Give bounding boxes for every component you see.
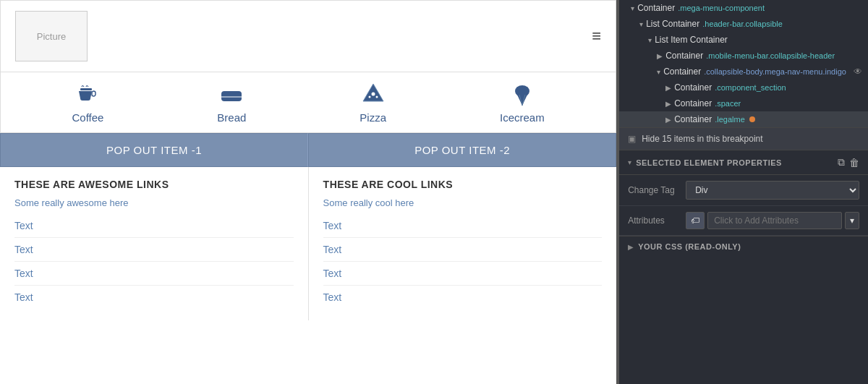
copy-icon[interactable]: ⧉ bbox=[838, 156, 845, 168]
links-heading-2: THESE ARE COOL LINKS bbox=[323, 179, 603, 190]
your-css-label: YOUR CSS (READ-ONLY) bbox=[638, 242, 741, 251]
coffee-label: Coffee bbox=[72, 111, 103, 124]
attributes-label: Attributes bbox=[628, 216, 678, 226]
links-subtext-2[interactable]: Some really cool here bbox=[323, 197, 603, 208]
hide-items-icon: ▣ bbox=[628, 134, 636, 144]
pizza-icon bbox=[360, 81, 386, 107]
attr-tag-button[interactable]: 🏷 bbox=[686, 212, 705, 229]
tree-class: .header-bar.collapsible bbox=[702, 20, 783, 28]
tree-arrow: ▾ bbox=[631, 4, 634, 12]
nav-item-icecream[interactable]: Icecream bbox=[500, 81, 545, 124]
hamburger-menu[interactable]: ≡ bbox=[592, 27, 601, 46]
links-text-1-1[interactable]: Text bbox=[14, 238, 294, 262]
tree-class: .mobile-menu-bar.collapsible-header bbox=[706, 51, 835, 60]
popout-item-2[interactable]: POP OUT ITEM -2 bbox=[308, 133, 616, 167]
tree-item-container-mobile[interactable]: ▶ Container .mobile-menu-bar.collapsible… bbox=[619, 48, 868, 64]
attr-input[interactable] bbox=[707, 212, 842, 229]
links-col-1: THESE ARE AWESOME LINKS Some really awes… bbox=[0, 167, 309, 320]
tree-label: Container bbox=[674, 82, 712, 93]
attr-input-group: 🏷 ▾ bbox=[686, 212, 859, 229]
tree-label: List Item Container bbox=[655, 35, 728, 45]
links-heading-1: THESE ARE AWESOME LINKS bbox=[14, 179, 294, 190]
tree-item-list-container[interactable]: ▾ List Container .header-bar.collapsible bbox=[619, 16, 868, 32]
links-text-2-1[interactable]: Text bbox=[323, 238, 603, 262]
change-tag-row: Change Tag Div bbox=[619, 175, 868, 206]
tree-arrow: ▶ bbox=[665, 116, 671, 124]
tree-label: Container bbox=[637, 3, 675, 13]
attr-dropdown-button[interactable]: ▾ bbox=[845, 212, 859, 229]
tree-item-container-collapsible[interactable]: ▾ Container .collapsible-body.mega-nav-m… bbox=[619, 64, 868, 80]
popout-row: POP OUT ITEM -1 POP OUT ITEM -2 bbox=[0, 133, 616, 167]
bread-label: Bread bbox=[217, 111, 246, 124]
sel-props-arrow: ▾ bbox=[628, 158, 631, 166]
hide-items-text: Hide 15 items in this breakpoint bbox=[642, 134, 762, 144]
change-tag-select[interactable]: Div bbox=[686, 181, 859, 200]
links-text-1-2[interactable]: Text bbox=[14, 262, 294, 286]
links-text-2-2[interactable]: Text bbox=[323, 262, 603, 286]
tree-class: .legalme bbox=[715, 115, 745, 124]
svg-point-8 bbox=[375, 96, 378, 98]
picture-box: Picture bbox=[15, 11, 88, 61]
tree-section: ▾ Container .mega-menu-component ▾ List … bbox=[619, 0, 868, 127]
hide-items-bar[interactable]: ▣ Hide 15 items in this breakpoint bbox=[619, 127, 868, 150]
tree-arrow: ▶ bbox=[665, 100, 671, 108]
tree-arrow: ▶ bbox=[665, 84, 671, 92]
icecream-icon bbox=[509, 81, 535, 107]
tree-item-container-legalme[interactable]: ▶ Container .legalme bbox=[619, 111, 868, 127]
coffee-icon bbox=[75, 81, 101, 107]
links-subtext-1[interactable]: Some really awesome here bbox=[14, 197, 294, 208]
tree-label: Container bbox=[665, 51, 703, 61]
your-css-header[interactable]: ▶ YOUR CSS (READ-ONLY) bbox=[619, 236, 868, 257]
bread-icon bbox=[218, 81, 244, 107]
links-col-2: THESE ARE COOL LINKS Some really cool he… bbox=[309, 167, 617, 320]
tree-class: .collapsible-body.mega-nav-menu.indigo bbox=[704, 67, 846, 76]
nav-item-bread[interactable]: Bread bbox=[217, 81, 246, 124]
tree-label: Container bbox=[674, 114, 712, 124]
links-text-1-3[interactable]: Text bbox=[14, 286, 294, 309]
orange-dot bbox=[749, 116, 755, 122]
popout-item-1[interactable]: POP OUT ITEM -1 bbox=[0, 133, 308, 167]
links-text-2-0[interactable]: Text bbox=[323, 214, 603, 238]
tree-arrow: ▾ bbox=[657, 68, 660, 76]
tree-label: Container bbox=[674, 98, 712, 108]
selected-props-header: ▾ SELECTED ELEMENT PROPERTIES ⧉ 🗑 bbox=[619, 150, 868, 175]
left-panel: Picture ≡ Coffee Bread bbox=[0, 0, 616, 384]
tree-class: .mega-menu-component bbox=[678, 4, 765, 12]
svg-rect-1 bbox=[92, 91, 95, 96]
tree-item-container-section[interactable]: ▶ Container .component_section bbox=[619, 80, 868, 95]
svg-rect-0 bbox=[80, 88, 92, 90]
nav-item-pizza[interactable]: Pizza bbox=[359, 81, 386, 124]
links-grid: THESE ARE AWESOME LINKS Some really awes… bbox=[0, 167, 616, 320]
pizza-label: Pizza bbox=[359, 111, 386, 124]
nav-icons-row: Coffee Bread Pizza bbox=[0, 72, 616, 133]
tree-arrow: ▾ bbox=[648, 36, 652, 44]
change-tag-label: Change Tag bbox=[628, 185, 678, 195]
tree-label: Container bbox=[663, 67, 701, 77]
picture-label: Picture bbox=[37, 31, 66, 42]
links-text-1-0[interactable]: Text bbox=[14, 214, 294, 238]
tree-arrow: ▶ bbox=[657, 52, 663, 60]
links-section: THESE ARE AWESOME LINKS Some really awes… bbox=[0, 167, 616, 384]
tree-arrow: ▾ bbox=[639, 20, 643, 28]
tree-item-container-1[interactable]: ▾ Container .mega-menu-component bbox=[619, 0, 868, 16]
nav-item-coffee[interactable]: Coffee bbox=[72, 81, 103, 124]
tree-item-list-item-container[interactable]: ▾ List Item Container bbox=[619, 32, 868, 48]
sel-props-label: SELECTED ELEMENT PROPERTIES bbox=[636, 158, 782, 167]
icecream-label: Icecream bbox=[500, 111, 545, 124]
svg-point-6 bbox=[371, 93, 375, 96]
tree-class: .spacer bbox=[715, 99, 741, 108]
your-css-arrow: ▶ bbox=[628, 243, 634, 251]
tree-label: List Container bbox=[646, 19, 699, 29]
sel-props-actions: ⧉ 🗑 bbox=[838, 156, 859, 168]
right-panel: ▾ Container .mega-menu-component ▾ List … bbox=[619, 0, 868, 384]
svg-point-7 bbox=[368, 96, 370, 98]
delete-icon[interactable]: 🗑 bbox=[849, 157, 859, 168]
svg-marker-10 bbox=[517, 95, 527, 106]
tree-class: .component_section bbox=[715, 83, 786, 92]
tree-item-container-spacer[interactable]: ▶ Container .spacer bbox=[619, 95, 868, 111]
header-bar: Picture ≡ bbox=[0, 0, 616, 72]
eye-icon[interactable]: 👁 bbox=[854, 67, 862, 77]
links-text-2-3[interactable]: Text bbox=[323, 286, 603, 309]
attributes-row: Attributes 🏷 ▾ bbox=[619, 206, 868, 236]
